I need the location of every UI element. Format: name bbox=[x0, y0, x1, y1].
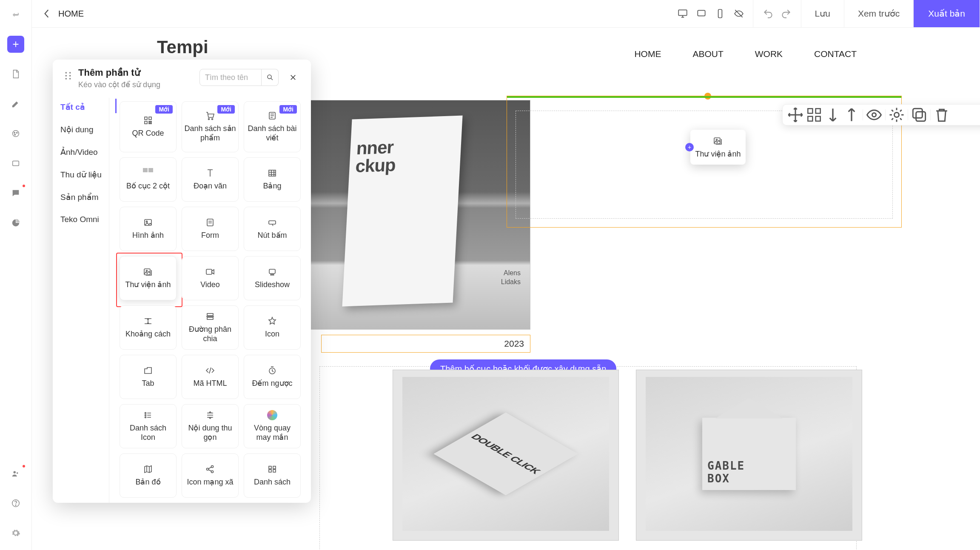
svg-point-37 bbox=[146, 221, 147, 222]
tile-countdown[interactable]: Đếm ngược bbox=[244, 355, 301, 399]
product-card-2[interactable]: GABLE BOX bbox=[636, 370, 862, 541]
grid-icon[interactable] bbox=[805, 105, 823, 124]
rail-pie-icon[interactable] bbox=[7, 214, 24, 231]
gable-line2: BOX bbox=[707, 472, 791, 485]
search-input[interactable] bbox=[199, 69, 262, 86]
tile-tab[interactable]: Tab bbox=[120, 355, 177, 399]
drag-handle-icon[interactable] bbox=[62, 70, 74, 82]
year-bar[interactable]: 2023 bbox=[321, 335, 530, 353]
eye-icon[interactable] bbox=[865, 105, 883, 124]
rail-logo-icon[interactable] bbox=[7, 6, 24, 23]
tile-collapse[interactable]: Nội dung thu gọn bbox=[182, 404, 239, 448]
desktop-icon[interactable] bbox=[677, 8, 688, 19]
tile-product-list[interactable]: MớiDanh sách sản phẩm bbox=[182, 101, 239, 152]
tile-video[interactable]: Video bbox=[182, 256, 239, 300]
tile-button[interactable]: Nút bấm bbox=[244, 207, 301, 251]
rail-chat-icon[interactable] bbox=[7, 185, 24, 202]
tile-image[interactable]: Hình ảnh bbox=[120, 207, 177, 251]
insert-line bbox=[507, 96, 901, 98]
nav-item[interactable]: CONTACT bbox=[814, 49, 857, 59]
svg-point-28 bbox=[268, 75, 271, 79]
product-card-1[interactable]: DOUBLE CLICK bbox=[393, 370, 619, 541]
rail-pencil-icon[interactable] bbox=[7, 95, 24, 112]
publish-button[interactable]: Xuất bản bbox=[914, 0, 980, 27]
tile-gallery[interactable]: Thư viện ảnh bbox=[120, 256, 177, 300]
svg-rect-38 bbox=[207, 219, 213, 226]
close-icon[interactable] bbox=[285, 69, 302, 86]
panel-subtitle: Kéo vào cột để sử dụng bbox=[78, 80, 199, 89]
tile-map[interactable]: Bản đồ bbox=[120, 453, 177, 498]
tile-post-list[interactable]: MớiDanh sách bài viết bbox=[244, 101, 301, 152]
tiles-grid: MớiQR Code MớiDanh sách sản phẩm MớiDanh… bbox=[116, 98, 311, 503]
tile-social[interactable]: Icon mạng xã bbox=[182, 453, 239, 498]
tile-form[interactable]: Form bbox=[182, 207, 239, 251]
banner-credit: Alens bbox=[504, 269, 521, 276]
site-nav: HOME ABOUT WORK CONTACT bbox=[634, 49, 857, 59]
category-list: Tất cả Nội dung Ảnh/Video Thu dữ liệu Sả… bbox=[53, 98, 109, 503]
tile-divider[interactable]: Đường phân chia bbox=[182, 305, 239, 350]
copy-icon[interactable] bbox=[910, 105, 929, 124]
eyeoff-icon[interactable] bbox=[733, 8, 744, 19]
gear-icon[interactable] bbox=[887, 105, 906, 124]
tile-spacing[interactable]: Khoảng cách bbox=[120, 305, 177, 350]
arrow-down-icon[interactable] bbox=[823, 105, 842, 124]
rail-help-icon[interactable] bbox=[7, 495, 24, 512]
context-toolbar bbox=[782, 104, 980, 125]
tile-icon[interactable]: Icon bbox=[244, 305, 301, 350]
cat-all[interactable]: Tất cả bbox=[60, 102, 109, 112]
cat-teko[interactable]: Teko Omni bbox=[60, 215, 109, 224]
nav-item[interactable]: ABOUT bbox=[692, 49, 723, 59]
move-icon[interactable] bbox=[786, 105, 805, 124]
svg-rect-57 bbox=[273, 466, 276, 469]
svg-rect-56 bbox=[269, 466, 271, 469]
svg-point-50 bbox=[145, 413, 146, 414]
rail-popup-icon[interactable] bbox=[7, 155, 24, 172]
rail-add-icon[interactable] bbox=[7, 36, 24, 53]
tile-paragraph[interactable]: Đoạn văn bbox=[182, 157, 239, 202]
cat-media[interactable]: Ảnh/Video bbox=[60, 147, 109, 157]
cat-product[interactable]: Sản phẩm bbox=[60, 192, 109, 202]
nav-item[interactable]: WORK bbox=[755, 49, 783, 59]
svg-point-41 bbox=[146, 271, 147, 272]
undo-icon[interactable] bbox=[763, 8, 774, 19]
banner-card[interactable]: nnerckup AlensLidaks bbox=[308, 100, 530, 330]
svg-rect-59 bbox=[273, 470, 276, 472]
tile-slideshow[interactable]: Slideshow bbox=[244, 256, 301, 300]
svg-point-18 bbox=[872, 113, 876, 117]
tablet-icon[interactable] bbox=[696, 8, 707, 19]
rail-settings-icon[interactable] bbox=[7, 524, 24, 541]
svg-rect-15 bbox=[816, 108, 820, 113]
rail-pages-icon[interactable] bbox=[7, 66, 24, 83]
tile-2col[interactable]: Bố cục 2 cột bbox=[120, 157, 177, 202]
rail-people-icon[interactable] bbox=[7, 465, 24, 482]
trash-icon[interactable] bbox=[932, 105, 951, 124]
svg-rect-42 bbox=[206, 269, 212, 274]
svg-point-22 bbox=[65, 72, 67, 74]
arrow-up-icon[interactable] bbox=[842, 105, 861, 124]
nav-item[interactable]: HOME bbox=[634, 49, 661, 59]
cat-content[interactable]: Nội dung bbox=[60, 125, 109, 134]
tile-html[interactable]: Mã HTML bbox=[182, 355, 239, 399]
gallery-icon bbox=[713, 136, 723, 146]
layout-icon bbox=[143, 168, 153, 178]
tile-iconlist[interactable]: Danh sách Icon bbox=[120, 404, 177, 448]
search-icon[interactable] bbox=[262, 69, 279, 86]
banner-credit: Lidaks bbox=[501, 278, 521, 285]
cat-data[interactable]: Thu dữ liệu bbox=[60, 170, 109, 180]
svg-rect-17 bbox=[816, 117, 820, 121]
preview-button[interactable]: Xem trước bbox=[844, 0, 914, 27]
tile-list[interactable]: Danh sách bbox=[244, 453, 301, 498]
tile-wheel[interactable]: Vòng quay may mắn bbox=[244, 404, 301, 448]
svg-point-8 bbox=[15, 505, 16, 506]
svg-point-2 bbox=[17, 132, 17, 133]
tile-qrcode[interactable]: MớiQR Code bbox=[120, 101, 177, 152]
save-button[interactable]: Lưu bbox=[801, 0, 844, 27]
rail-palette-icon[interactable] bbox=[7, 125, 24, 142]
redo-icon[interactable] bbox=[781, 8, 792, 19]
tile-table[interactable]: Bảng bbox=[244, 157, 301, 202]
svg-rect-58 bbox=[269, 470, 271, 472]
back-icon[interactable] bbox=[40, 7, 53, 20]
svg-point-3 bbox=[14, 134, 15, 135]
svg-point-51 bbox=[145, 415, 146, 416]
mobile-icon[interactable] bbox=[715, 8, 726, 19]
